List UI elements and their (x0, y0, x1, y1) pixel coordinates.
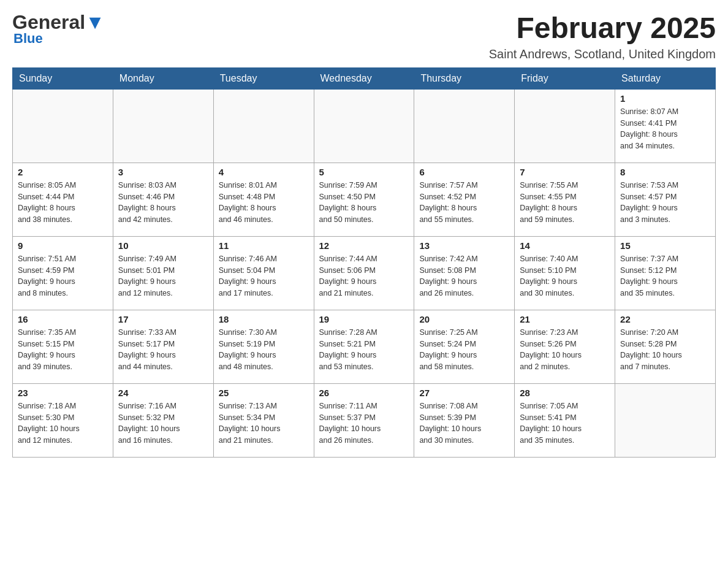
calendar-cell (615, 383, 716, 457)
calendar-cell: 27Sunrise: 7:08 AM Sunset: 5:39 PM Dayli… (414, 383, 515, 457)
day-info: Sunrise: 7:55 AM Sunset: 4:55 PM Dayligh… (520, 180, 610, 226)
calendar-cell: 3Sunrise: 8:03 AM Sunset: 4:46 PM Daylig… (113, 163, 213, 236)
day-info: Sunrise: 8:07 AM Sunset: 4:41 PM Dayligh… (620, 106, 710, 152)
weekday-header-tuesday: Tuesday (213, 67, 314, 89)
day-info: Sunrise: 7:44 AM Sunset: 5:06 PM Dayligh… (319, 253, 409, 299)
calendar-cell: 12Sunrise: 7:44 AM Sunset: 5:06 PM Dayli… (314, 236, 414, 310)
day-number: 11 (219, 240, 309, 251)
day-info: Sunrise: 7:11 AM Sunset: 5:37 PM Dayligh… (319, 400, 409, 446)
weekday-header-wednesday: Wednesday (314, 67, 414, 89)
day-number: 17 (118, 314, 208, 324)
day-number: 13 (419, 240, 509, 251)
day-number: 25 (219, 388, 309, 398)
weekday-header-saturday: Saturday (615, 67, 716, 89)
day-info: Sunrise: 7:18 AM Sunset: 5:30 PM Dayligh… (18, 400, 108, 446)
calendar-week-5: 23Sunrise: 7:18 AM Sunset: 5:30 PM Dayli… (13, 383, 716, 457)
calendar-cell: 19Sunrise: 7:28 AM Sunset: 5:21 PM Dayli… (314, 310, 414, 383)
day-number: 16 (18, 314, 108, 324)
calendar-cell: 4Sunrise: 8:01 AM Sunset: 4:48 PM Daylig… (213, 163, 314, 236)
day-info: Sunrise: 7:16 AM Sunset: 5:32 PM Dayligh… (118, 400, 208, 446)
day-number: 24 (118, 388, 208, 398)
title-area: February 2025 Saint Andrews, Scotland, U… (489, 12, 716, 61)
calendar-cell: 8Sunrise: 7:53 AM Sunset: 4:57 PM Daylig… (615, 163, 716, 236)
calendar-cell: 11Sunrise: 7:46 AM Sunset: 5:04 PM Dayli… (213, 236, 314, 310)
day-info: Sunrise: 7:28 AM Sunset: 5:21 PM Dayligh… (319, 327, 409, 373)
day-info: Sunrise: 8:01 AM Sunset: 4:48 PM Dayligh… (219, 180, 309, 226)
day-info: Sunrise: 7:30 AM Sunset: 5:19 PM Dayligh… (219, 327, 309, 373)
logo-blue-text: ▼ (85, 11, 105, 33)
day-number: 28 (520, 388, 610, 398)
weekday-header-thursday: Thursday (414, 67, 515, 89)
calendar-cell: 7Sunrise: 7:55 AM Sunset: 4:55 PM Daylig… (515, 163, 615, 236)
calendar-cell (515, 89, 615, 163)
day-info: Sunrise: 7:05 AM Sunset: 5:41 PM Dayligh… (520, 400, 610, 446)
day-number: 20 (419, 314, 509, 324)
calendar-cell: 20Sunrise: 7:25 AM Sunset: 5:24 PM Dayli… (414, 310, 515, 383)
calendar-cell: 25Sunrise: 7:13 AM Sunset: 5:34 PM Dayli… (213, 383, 314, 457)
calendar-cell: 28Sunrise: 7:05 AM Sunset: 5:41 PM Dayli… (515, 383, 615, 457)
day-number: 19 (319, 314, 409, 324)
day-info: Sunrise: 7:35 AM Sunset: 5:15 PM Dayligh… (18, 327, 108, 373)
calendar-cell: 22Sunrise: 7:20 AM Sunset: 5:28 PM Dayli… (615, 310, 716, 383)
day-info: Sunrise: 7:23 AM Sunset: 5:26 PM Dayligh… (520, 327, 610, 373)
calendar-cell (113, 89, 213, 163)
calendar-week-4: 16Sunrise: 7:35 AM Sunset: 5:15 PM Dayli… (13, 310, 716, 383)
day-info: Sunrise: 7:37 AM Sunset: 5:12 PM Dayligh… (620, 253, 710, 299)
calendar-cell: 15Sunrise: 7:37 AM Sunset: 5:12 PM Dayli… (615, 236, 716, 310)
logo-general: General▼ (12, 12, 105, 32)
day-info: Sunrise: 7:46 AM Sunset: 5:04 PM Dayligh… (219, 253, 309, 299)
day-info: Sunrise: 7:08 AM Sunset: 5:39 PM Dayligh… (419, 400, 509, 446)
logo-blue-label: Blue (13, 31, 43, 47)
weekday-header-sunday: Sunday (13, 67, 113, 89)
day-info: Sunrise: 7:40 AM Sunset: 5:10 PM Dayligh… (520, 253, 610, 299)
day-info: Sunrise: 7:57 AM Sunset: 4:52 PM Dayligh… (419, 180, 509, 226)
calendar-week-3: 9Sunrise: 7:51 AM Sunset: 4:59 PM Daylig… (13, 236, 716, 310)
day-number: 18 (219, 314, 309, 324)
day-number: 6 (419, 167, 509, 177)
calendar-cell (414, 89, 515, 163)
day-number: 2 (18, 167, 108, 177)
calendar-week-1: 1Sunrise: 8:07 AM Sunset: 4:41 PM Daylig… (13, 89, 716, 163)
day-info: Sunrise: 7:53 AM Sunset: 4:57 PM Dayligh… (620, 180, 710, 226)
calendar-cell: 14Sunrise: 7:40 AM Sunset: 5:10 PM Dayli… (515, 236, 615, 310)
page-subtitle: Saint Andrews, Scotland, United Kingdom (489, 47, 716, 61)
calendar-cell: 23Sunrise: 7:18 AM Sunset: 5:30 PM Dayli… (13, 383, 113, 457)
day-number: 7 (520, 167, 610, 177)
calendar-cell: 9Sunrise: 7:51 AM Sunset: 4:59 PM Daylig… (13, 236, 113, 310)
day-number: 12 (319, 240, 409, 251)
day-number: 15 (620, 240, 710, 251)
calendar-cell: 1Sunrise: 8:07 AM Sunset: 4:41 PM Daylig… (615, 89, 716, 163)
day-number: 3 (118, 167, 208, 177)
day-number: 1 (620, 93, 710, 104)
day-info: Sunrise: 7:33 AM Sunset: 5:17 PM Dayligh… (118, 327, 208, 373)
day-number: 26 (319, 388, 409, 398)
day-number: 22 (620, 314, 710, 324)
calendar-week-2: 2Sunrise: 8:05 AM Sunset: 4:44 PM Daylig… (13, 163, 716, 236)
calendar-cell: 17Sunrise: 7:33 AM Sunset: 5:17 PM Dayli… (113, 310, 213, 383)
day-info: Sunrise: 7:49 AM Sunset: 5:01 PM Dayligh… (118, 253, 208, 299)
day-info: Sunrise: 7:59 AM Sunset: 4:50 PM Dayligh… (319, 180, 409, 226)
day-number: 27 (419, 388, 509, 398)
calendar-header-row: SundayMondayTuesdayWednesdayThursdayFrid… (13, 67, 716, 89)
page-header: General▼ Blue February 2025 Saint Andrew… (12, 12, 716, 61)
calendar-cell: 6Sunrise: 7:57 AM Sunset: 4:52 PM Daylig… (414, 163, 515, 236)
calendar-cell (213, 89, 314, 163)
day-number: 21 (520, 314, 610, 324)
calendar-cell: 21Sunrise: 7:23 AM Sunset: 5:26 PM Dayli… (515, 310, 615, 383)
calendar-cell (13, 89, 113, 163)
day-info: Sunrise: 7:20 AM Sunset: 5:28 PM Dayligh… (620, 327, 710, 373)
page-title: February 2025 (489, 12, 716, 45)
day-number: 4 (219, 167, 309, 177)
day-info: Sunrise: 8:03 AM Sunset: 4:46 PM Dayligh… (118, 180, 208, 226)
weekday-header-friday: Friday (515, 67, 615, 89)
day-number: 8 (620, 167, 710, 177)
calendar-cell: 16Sunrise: 7:35 AM Sunset: 5:15 PM Dayli… (13, 310, 113, 383)
day-number: 9 (18, 240, 108, 251)
calendar-cell: 2Sunrise: 8:05 AM Sunset: 4:44 PM Daylig… (13, 163, 113, 236)
day-number: 5 (319, 167, 409, 177)
logo: General▼ Blue (12, 12, 105, 47)
calendar-cell (314, 89, 414, 163)
calendar-cell: 10Sunrise: 7:49 AM Sunset: 5:01 PM Dayli… (113, 236, 213, 310)
calendar-cell: 18Sunrise: 7:30 AM Sunset: 5:19 PM Dayli… (213, 310, 314, 383)
weekday-header-monday: Monday (113, 67, 213, 89)
